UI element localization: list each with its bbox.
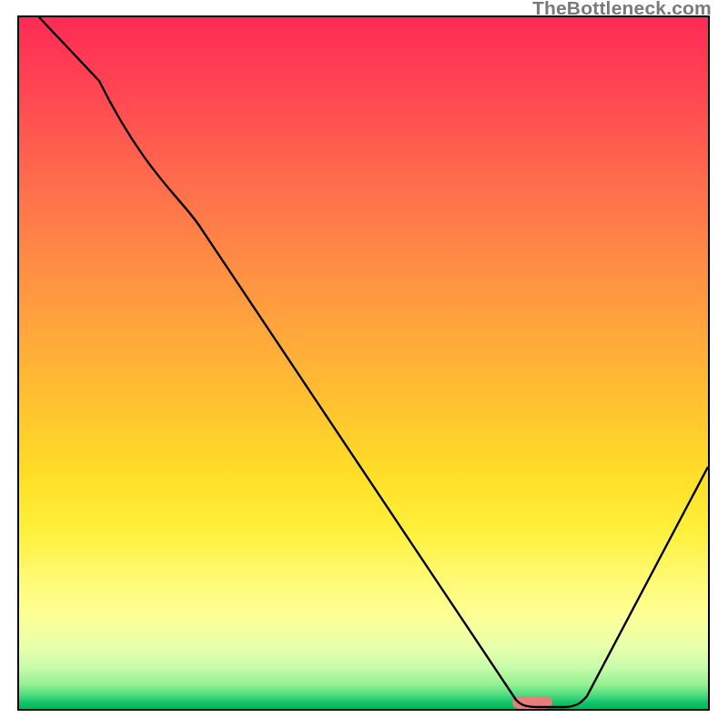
chart-container: TheBottleneck.com (0, 0, 728, 728)
plot-area (19, 17, 708, 709)
bottleneck-line (19, 17, 708, 709)
